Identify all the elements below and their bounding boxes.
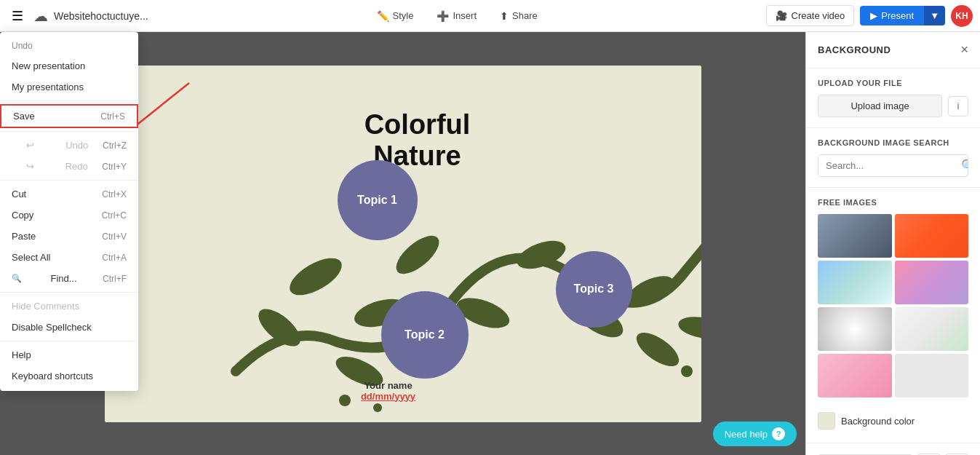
- search-row: 🔍: [818, 154, 968, 177]
- menu-label-cut: Cut: [12, 189, 26, 199]
- present-dropdown-button[interactable]: ▼: [924, 6, 945, 25]
- slide-footer: Your name dd/mm/yyyy: [361, 380, 415, 402]
- style-button[interactable]: ✏️ Style: [367, 6, 424, 26]
- present-button[interactable]: ▶ Present: [860, 6, 924, 25]
- divider-4: [0, 292, 138, 293]
- menu-item-new-presentation[interactable]: New presentation: [0, 55, 138, 76]
- redo-arrow-icon: ↪: [26, 161, 34, 172]
- menu-shortcut-redo: Ctrl+Y: [102, 162, 127, 172]
- topic3-label: Topic 3: [574, 282, 614, 296]
- create-video-button[interactable]: 🎥 Create video: [766, 5, 855, 26]
- present-icon: ▶: [870, 10, 877, 21]
- search-input[interactable]: [818, 155, 955, 176]
- info-button[interactable]: i: [948, 96, 968, 116]
- slide-title-line1: Colorful: [316, 109, 519, 141]
- menu-item-select-all[interactable]: Select All Ctrl+A: [0, 247, 138, 268]
- undo-arrow-icon: ↩: [26, 140, 34, 151]
- avatar[interactable]: KH: [951, 5, 973, 27]
- menu-item-disable-spellcheck[interactable]: Disable Spellcheck: [0, 317, 138, 338]
- search-icon: 🔍: [961, 159, 968, 172]
- topic1-label: Topic 1: [357, 194, 397, 207]
- need-help-label: Need help: [725, 429, 768, 440]
- need-help-button[interactable]: Need help ?: [713, 422, 797, 446]
- topic2-label: Topic 2: [405, 328, 445, 341]
- share-button[interactable]: ⬆ Share: [490, 6, 548, 26]
- menu-item-copy[interactable]: Copy Ctrl+C: [0, 205, 138, 226]
- menu-item-find[interactable]: 🔍 Find... Ctrl+F: [0, 268, 138, 289]
- menu-shortcut-save: Ctrl+S: [100, 111, 125, 122]
- menu-label-undo: Undo: [65, 140, 88, 151]
- help-circle-icon: ?: [772, 427, 785, 440]
- toolbar-right: 🎥 Create video ▶ Present ▼ KH: [766, 5, 973, 27]
- image-thumb-partial[interactable]: [895, 354, 969, 397]
- search-section-label: BACKGROUND IMAGE SEARCH: [818, 138, 968, 147]
- slide-title-line2: Nature: [316, 141, 519, 173]
- image-thumb-pink[interactable]: [818, 354, 892, 397]
- panel-header: BACKGROUND ×: [806, 32, 980, 68]
- search-button[interactable]: 🔍: [955, 159, 968, 173]
- right-panel: BACKGROUND × UPLOAD YOUR FILE Upload ima…: [805, 32, 980, 455]
- slide-title: Colorful Nature: [316, 109, 519, 173]
- close-icon: ×: [960, 42, 968, 57]
- menu-item-my-presentations[interactable]: My presentations: [0, 76, 138, 98]
- svg-point-2: [284, 250, 347, 302]
- menu-label-help: Help: [12, 349, 31, 360]
- menu-shortcut-undo: Ctrl+Z: [103, 141, 127, 151]
- insert-button[interactable]: ➕ Insert: [426, 6, 487, 26]
- panel-close-button[interactable]: ×: [960, 42, 968, 58]
- search-section: BACKGROUND IMAGE SEARCH 🔍: [806, 128, 980, 188]
- insert-icon: ➕: [437, 10, 449, 22]
- main-layout: Undo New presentation My presentations S…: [0, 32, 980, 455]
- menu-item-save[interactable]: Save Ctrl+S: [0, 104, 138, 128]
- menu-item-keyboard-shortcuts[interactable]: Keyboard shortcuts: [0, 365, 138, 387]
- menu-item-paste[interactable]: Paste Ctrl+V: [0, 226, 138, 247]
- image-thumb-sunset[interactable]: [895, 261, 969, 304]
- image-thumb-plant[interactable]: [895, 307, 969, 351]
- menu-item-redo[interactable]: ↪ Redo Ctrl+Y: [0, 156, 138, 177]
- image-thumb-desk[interactable]: [818, 261, 892, 304]
- menu-label-find: Find...: [50, 273, 76, 284]
- menu-label-copy: Copy: [12, 210, 33, 221]
- free-images-label: FREE IMAGES: [818, 198, 968, 207]
- footer-date: dd/mm/yyyy: [361, 391, 415, 402]
- present-label: Present: [881, 10, 914, 21]
- menu-label-new-presentation: New presentation: [12, 60, 85, 71]
- menu-item-undo[interactable]: ↩ Undo Ctrl+Z: [0, 135, 138, 156]
- svg-point-15: [681, 365, 693, 377]
- upload-image-label: Upload image: [850, 100, 909, 111]
- menu-item-help[interactable]: Help: [0, 344, 138, 365]
- slide: Colorful Nature Topic 1 Topic 2 Topic 3 …: [105, 66, 701, 422]
- bg-color-row: Background color: [818, 405, 968, 432]
- create-video-label: Create video: [792, 10, 845, 21]
- menu-shortcut-copy: Ctrl+C: [102, 210, 127, 221]
- image-thumb-orange[interactable]: [895, 214, 969, 258]
- svg-point-14: [373, 403, 382, 412]
- upload-image-button[interactable]: Upload image: [818, 95, 942, 117]
- menu-shortcut-cut: Ctrl+X: [102, 189, 127, 199]
- upload-row: Upload image i: [818, 95, 968, 117]
- menu-label-paste: Paste: [12, 231, 36, 242]
- cloud-icon: ☁: [33, 7, 48, 25]
- video-icon: 🎥: [776, 10, 787, 21]
- undo-header: Undo: [0, 36, 138, 55]
- upload-section-label: UPLOAD YOUR FILE: [818, 79, 968, 87]
- menu-shortcut-paste: Ctrl+V: [102, 232, 127, 242]
- menu-shortcut-find: Ctrl+F: [103, 274, 127, 284]
- background-color-swatch[interactable]: [818, 412, 835, 430]
- image-thumb-gray[interactable]: [818, 307, 892, 351]
- topic3-circle: Topic 3: [556, 251, 632, 328]
- menu-label-redo: Redo: [65, 161, 88, 172]
- find-search-icon: 🔍: [12, 274, 22, 283]
- toolbar: ☰ ☁ Websitehoctuctuye... ✏️ Style ➕ Inse…: [0, 0, 980, 32]
- menu-item-cut[interactable]: Cut Ctrl+X: [0, 183, 138, 205]
- hamburger-icon: ☰: [12, 9, 23, 23]
- panel-bottom: Revert to original ⛶ 🗑: [806, 443, 980, 455]
- avatar-initials: KH: [955, 11, 968, 21]
- menu-item-hide-comments[interactable]: Hide Comments: [0, 296, 138, 317]
- toolbar-left: ☰ ☁ Websitehoctuctuye...: [7, 5, 148, 27]
- image-thumb-world[interactable]: [818, 214, 892, 258]
- menu-label-disable-spellcheck: Disable Spellcheck: [12, 322, 92, 333]
- hamburger-button[interactable]: ☰: [7, 5, 28, 27]
- topic1-circle: Topic 1: [338, 160, 418, 240]
- share-label: Share: [512, 10, 538, 21]
